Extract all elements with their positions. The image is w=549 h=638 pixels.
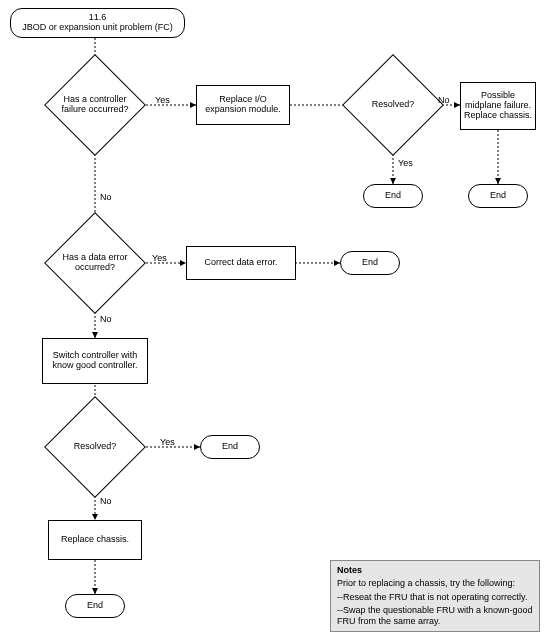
end-node-5: End: [65, 594, 125, 618]
process-replace-chassis: Replace chassis.: [48, 520, 142, 560]
start-node: 11.6 JBOD or expansion unit problem (FC): [10, 8, 185, 38]
notes-item-1: --Reseat the FRU that is not operating c…: [337, 592, 533, 603]
start-line2: JBOD or expansion unit problem (FC): [22, 23, 173, 33]
decision-data-error: [44, 212, 146, 314]
notes-item-2: --Swap the questionable FRU with a known…: [337, 605, 533, 627]
process-replace-io-module: Replace I/O expansion module.: [196, 85, 290, 125]
end-node-4: End: [200, 435, 260, 459]
notes-line1: Prior to replacing a chassis, try the fo…: [337, 578, 533, 589]
decision-resolved-2: [44, 396, 146, 498]
flowchart-canvas: 11.6 JBOD or expansion unit problem (FC)…: [0, 0, 549, 638]
decision-controller-failure: [44, 54, 146, 156]
process-replace-chassis-midplane: Possible midplane failure. Replace chass…: [460, 82, 536, 130]
end-node-2: End: [468, 184, 528, 208]
edge-label-yes: Yes: [398, 158, 413, 168]
edge-label-no: No: [100, 314, 112, 324]
edge-label-yes: Yes: [155, 95, 170, 105]
notes-box: Notes Prior to replacing a chassis, try …: [330, 560, 540, 632]
edge-label-no: No: [438, 95, 450, 105]
end-node-3: End: [340, 251, 400, 275]
edge-label-yes: Yes: [160, 437, 175, 447]
end-node-1: End: [363, 184, 423, 208]
process-switch-controller: Switch controller with know good control…: [42, 338, 148, 384]
edge-label-no: No: [100, 192, 112, 202]
decision-resolved-1: [342, 54, 444, 156]
edge-label-yes: Yes: [152, 253, 167, 263]
notes-title: Notes: [337, 565, 533, 576]
process-correct-data-error: Correct data error.: [186, 246, 296, 280]
edge-label-no: No: [100, 496, 112, 506]
